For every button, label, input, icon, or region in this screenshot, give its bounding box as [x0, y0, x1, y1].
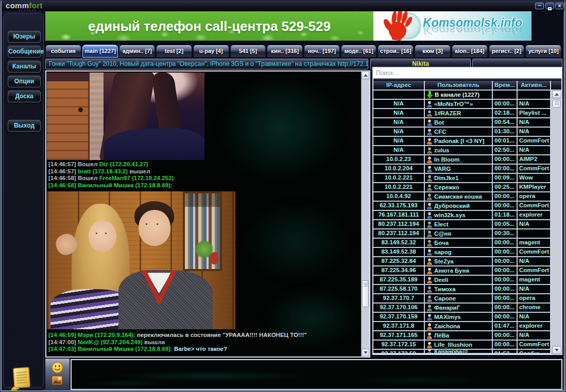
user-row[interactable]: 87.225.35.189 Deeli 00:00... magent	[373, 276, 561, 285]
smiley-button[interactable]	[52, 362, 63, 373]
user-name-cell: Боча	[425, 239, 493, 248]
users-table-column-header[interactable]: Активн...	[518, 81, 551, 91]
users-table-column-header[interactable]: Врем...	[493, 81, 518, 91]
user-ip: N/A	[373, 100, 425, 109]
sidebar-button[interactable]: Юзеры	[8, 31, 41, 43]
arrow-down-icon	[364, 351, 368, 354]
title-bar[interactable]: commfort – ×	[2, 1, 564, 11]
channel-tab[interactable]: кюм [3]	[415, 45, 451, 58]
chat-scrollbar[interactable]	[361, 72, 369, 357]
user-avatar-icon	[426, 156, 433, 163]
channel-tab[interactable]: u-pay [4]	[193, 45, 229, 58]
user-row[interactable]: 92.37.170.7 Capone 00:00... opera	[373, 294, 561, 304]
user-row[interactable]: 10.0.2.204 VARG 00:00... CommFort	[373, 165, 561, 174]
close-button[interactable]: ×	[555, 3, 564, 9]
user-row[interactable]: 87.225.32.84 SteZya 00:00... N/A	[373, 257, 561, 266]
sidebar-button-exit[interactable]: Выход	[8, 120, 41, 132]
chat-messages-bottom: [14:46:59] Мэри (172.20.9.164): переключ…	[48, 332, 307, 353]
scroll-up-button[interactable]	[362, 72, 369, 79]
message-input-area[interactable]	[71, 359, 562, 390]
channel-tab[interactable]: регист.. [2]	[489, 45, 525, 58]
channel-tab[interactable]: услуги [10]	[525, 45, 561, 58]
user-row[interactable]: 10.0.2.221 DimJke1 00:09... Wow	[373, 174, 561, 183]
chat-text-segment: Ванильный Мишка (172.18.8.69):	[78, 182, 173, 188]
chat-message: [14:46:57] bratt (172.18.43.2) вышел	[48, 168, 174, 175]
user-row[interactable]: 92.37.172.15 Life_Illushion 00:00... Com…	[373, 341, 561, 350]
channel-tab[interactable]: aion.. [184]	[452, 45, 488, 58]
user-row[interactable]: 92.37.170.159 MAXimys 00:00... N/A	[373, 313, 561, 322]
channel-tab[interactable]: строи.. [16]	[378, 45, 414, 58]
user-row[interactable]: N/A 1#RAZER 02:18... Playlist ...	[373, 109, 561, 118]
scroll-down-button[interactable]	[552, 346, 561, 354]
user-row[interactable]: 87.225.58.170 Тимоха 00:00... N/A	[373, 285, 561, 294]
chat-area[interactable]: [14:46:57] Вошел Diz (172.20.41.27)[14:4…	[45, 70, 370, 358]
user-row[interactable]: 83.149.52.38 sapog 00:00... CommFort	[373, 248, 561, 257]
maximize-button[interactable]	[545, 3, 554, 9]
arrow-up-icon	[555, 93, 559, 96]
chat-text-segment: Вошел	[78, 161, 99, 167]
notepad-icon[interactable]	[9, 365, 34, 391]
user-row[interactable]: 87.225.34.96 Анюта Буня 00:00... CommFor…	[373, 266, 561, 276]
user-row[interactable]: 92.37.172.50 Кананова@ 01:52... Сообщ...	[373, 350, 561, 354]
channel-tab[interactable]: события	[45, 45, 81, 58]
sidebar-button[interactable]: Каналы	[8, 61, 41, 73]
user-active-app: N/A	[518, 257, 551, 266]
channel-tab[interactable]: моде.. [61]	[341, 45, 377, 58]
scroll-down-button[interactable]	[362, 349, 369, 357]
user-active-app: CommFort	[518, 266, 551, 276]
minimize-button[interactable]: –	[535, 3, 544, 9]
user-name-cell: CFC	[425, 128, 493, 137]
chat-photo-couple[interactable]	[47, 191, 235, 329]
user-row[interactable]: N/A Padonak [I <3 NY] 00:01... CommFort	[373, 137, 561, 146]
user-ip: 80.237.112.194	[373, 220, 425, 229]
user-row[interactable]: 62.33.175.193 Дубровский 00:00... CommFo…	[373, 202, 561, 211]
user-row[interactable]: 92.37.171.8 Zaichona 01:47... explorer	[373, 322, 561, 331]
channel-tab[interactable]: main [1227]	[82, 45, 118, 58]
user-avatar-icon	[426, 286, 433, 293]
channel-tab[interactable]: админ.. [7]	[119, 45, 155, 58]
user-row[interactable]: N/A CFC 01:30... N/A	[373, 128, 561, 137]
user-row[interactable]: N/A zulus 02:50... N/A	[373, 146, 561, 155]
insert-image-button[interactable]	[52, 376, 63, 385]
users-table-column-header[interactable]: IP-адрес	[373, 81, 425, 91]
user-ip: 92.37.170.106	[373, 304, 425, 313]
chat-text-segment: NюtK@ (92.37.204.249)	[78, 339, 143, 345]
sidebar-button[interactable]: Сообщение	[8, 46, 41, 58]
user-row[interactable]: 80.237.112.194 С@ня 00:30...	[373, 229, 561, 239]
user-name: CFC	[434, 128, 447, 136]
chat-photo-webcam-girl[interactable]	[47, 73, 204, 160]
search-input[interactable]	[373, 68, 561, 79]
user-row[interactable]: N/A Bot 00:54... N/A	[373, 118, 561, 128]
user-row[interactable]: 10.0.2.221 Сережко 00:25... KMPlayer	[373, 183, 561, 192]
user-row[interactable]: 76.167.181.111 win32k.sys 01:18... explo…	[373, 211, 561, 220]
user-time: 00:00...	[493, 248, 518, 257]
user-row[interactable]: 10.0.4.92 Сиамская кошка 00:00... opera	[373, 192, 561, 202]
user-row[interactable]: 92.37.171.165 ЛёВа 00:00... N/A	[373, 331, 561, 341]
channel-row-ip-cell	[373, 91, 425, 100]
user-row[interactable]: 10.0.2.23 In Bloom_ 00:00... AIMP2	[373, 155, 561, 165]
scroll-thumb[interactable]	[553, 100, 561, 108]
user-avatar-icon	[426, 193, 433, 200]
users-scrollbar[interactable]	[551, 91, 561, 354]
user-row[interactable]: 83.149.52.32 Боча 00:00... magent	[373, 239, 561, 248]
sidebar-button[interactable]: Доска	[8, 91, 41, 102]
ad-banner-logo[interactable]: Komsomolsk.info Komsomolsk.info	[373, 11, 531, 41]
app-logo-part2: fort	[29, 1, 42, 10]
channel-tab[interactable]: 541 [5]	[230, 45, 266, 58]
user-row[interactable]: N/A «MoNsTrO™» 00:00... N/A	[373, 100, 561, 109]
channel-summary-row[interactable]: В канале (1227)	[373, 91, 561, 100]
sidebar-button[interactable]: Опции	[8, 76, 41, 87]
user-avatar-icon	[426, 212, 433, 219]
user-row[interactable]: 80.237.112.194 Elect 00:05... N/A	[373, 220, 561, 229]
channel-tab[interactable]: test [2]	[156, 45, 192, 58]
channel-tab[interactable]: ноч.. [197]	[304, 45, 340, 58]
ad-banner[interactable]: единый телефон call-центра 529-529	[45, 11, 373, 41]
scroll-up-button[interactable]	[552, 91, 561, 98]
user-avatar-icon	[426, 249, 433, 256]
scroll-thumb[interactable]	[362, 280, 369, 307]
news-ticker[interactable]: Гонки "Tough Guy" 2010, Новый дата-центр…	[45, 59, 368, 69]
user-name: Elect	[434, 221, 449, 228]
users-table-column-header[interactable]: Пользователь	[425, 81, 493, 91]
channel-tab[interactable]: кин.. [316]	[267, 45, 303, 58]
user-row[interactable]: 92.37.170.106 ФанариГ 00:00... chrome	[373, 304, 561, 313]
